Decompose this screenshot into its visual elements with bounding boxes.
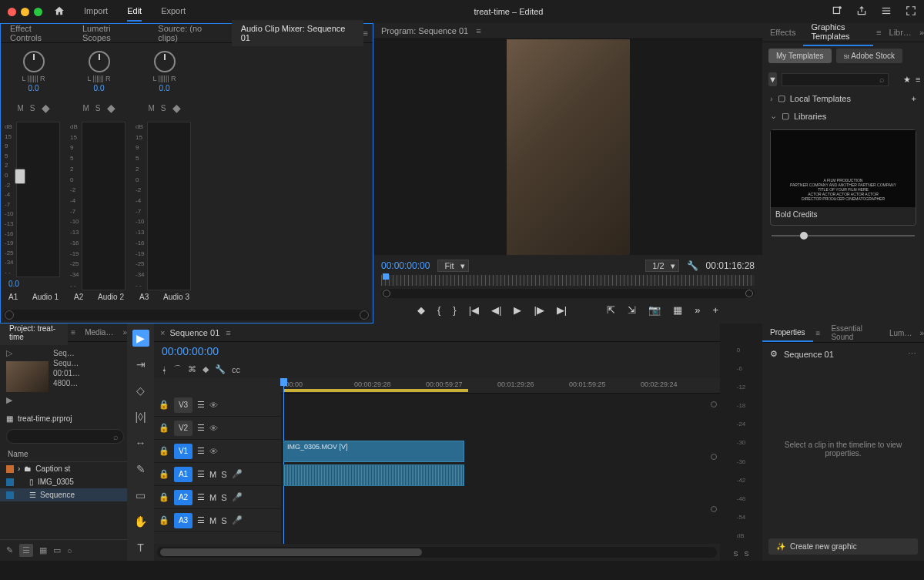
add-icon[interactable]: + (912, 94, 916, 103)
column-header-name[interactable]: Name (0, 447, 127, 462)
sync-lock-icon[interactable]: ☰ (197, 492, 205, 502)
keyframe-icon[interactable]: ◆ (107, 102, 116, 114)
voiceover-icon[interactable]: 🎤 (232, 492, 243, 502)
pan-knob[interactable] (23, 51, 45, 72)
freeform-icon[interactable]: ✎ (6, 545, 13, 555)
more-icon[interactable]: » (695, 304, 700, 316)
razor-tool-icon[interactable]: |◊| (132, 408, 149, 425)
pen-tool-icon[interactable]: ✎ (132, 461, 149, 478)
sync-lock-icon[interactable]: ☰ (197, 446, 205, 456)
sync-lock-icon[interactable]: ☰ (197, 400, 205, 410)
track-header-v2[interactable]: 🔒 V2 ☰ 👁 (154, 417, 281, 440)
my-templates-button[interactable]: My Templates (768, 49, 832, 63)
template-bold-credits[interactable]: A FILM PRODUCTIONPARTNER COMPANY AND ANO… (770, 129, 916, 226)
add-marker-icon[interactable]: ◆ (417, 304, 425, 316)
captions-icon[interactable]: cc (232, 365, 240, 374)
quick-export-icon[interactable] (832, 5, 842, 18)
tab-properties[interactable]: Properties (762, 324, 813, 342)
close-tab-icon[interactable]: × (160, 328, 165, 337)
local-templates-row[interactable]: › ▢ Local Templates + (762, 89, 924, 107)
workspace-menu-icon[interactable] (881, 5, 892, 18)
tab-project[interactable]: Project: treat-time (0, 320, 68, 345)
play-item-icon[interactable]: ▶ (6, 395, 49, 405)
tab-media[interactable]: Media… (75, 324, 122, 340)
list-view-icon[interactable]: ☰ (19, 544, 33, 557)
fullscreen-icon[interactable] (906, 5, 916, 18)
sync-lock-icon[interactable]: ☰ (197, 423, 205, 433)
tab-audio-clip-mixer[interactable]: Audio Clip Mixer: Sequence 01 (232, 20, 363, 46)
solo-button[interactable]: S (161, 104, 166, 112)
keyframe-icon[interactable]: ◆ (172, 102, 181, 114)
mute-icon[interactable]: M (209, 493, 216, 502)
mute-button[interactable]: M (148, 104, 154, 112)
overflow-icon[interactable]: » (919, 329, 924, 337)
selection-tool-icon[interactable]: ▶ (132, 330, 149, 347)
solo-button[interactable]: S (95, 104, 101, 112)
mark-out-icon[interactable]: } (453, 304, 456, 316)
freeform-view-icon[interactable]: ▭ (53, 545, 61, 555)
tab-lumetri-color[interactable]: Lum… (882, 325, 919, 341)
mute-button[interactable]: M (82, 104, 89, 112)
go-to-in-icon[interactable]: |◀ (469, 304, 479, 316)
home-icon[interactable] (54, 5, 65, 18)
panel-menu-icon[interactable]: ≡ (363, 28, 368, 38)
video-clip[interactable]: IMG_0305.MOV [V] (283, 441, 464, 462)
tab-essential-sound[interactable]: Essential Sound (823, 320, 882, 345)
mute-button[interactable]: M (17, 104, 23, 112)
workspace-export[interactable]: Export (161, 2, 186, 22)
ripple-edit-tool-icon[interactable]: ◇ (132, 382, 149, 399)
mixer-scrollbar[interactable] (3, 310, 370, 320)
eye-icon[interactable]: 👁 (209, 447, 218, 456)
playhead-icon[interactable] (383, 273, 389, 280)
rectangle-tool-icon[interactable]: ▭ (132, 487, 149, 504)
linked-selection-icon[interactable]: ⌘ (188, 364, 196, 374)
insert-icon[interactable]: ⍿ (162, 365, 167, 374)
slip-tool-icon[interactable]: ↔ (132, 434, 149, 451)
current-timecode[interactable]: 00:00:00:00 (381, 260, 430, 271)
lock-icon[interactable]: 🔒 (159, 515, 169, 525)
eye-icon[interactable]: 👁 (209, 424, 218, 433)
tab-effect-controls[interactable]: Effect Controls (1, 20, 73, 46)
step-forward-icon[interactable]: |▶ (534, 304, 544, 316)
track-header-a2[interactable]: 🔒 A2 ☰ M S 🎤 (154, 486, 281, 509)
zoom-fit-dropdown[interactable]: Fit (437, 260, 468, 272)
project-search-input[interactable] (6, 429, 124, 444)
workspace-edit[interactable]: Edit (127, 2, 142, 22)
solo-icon[interactable]: S (221, 516, 226, 525)
mute-icon[interactable]: M (209, 470, 216, 479)
keyframe-icon[interactable]: ◆ (42, 102, 50, 114)
eye-icon[interactable]: 👁 (209, 401, 218, 410)
track-header-a3[interactable]: 🔒 A3 ☰ M S 🎤 (154, 509, 281, 532)
pan-value[interactable]: 0.0 (28, 84, 39, 92)
mute-icon[interactable]: M (209, 516, 216, 525)
solo-icon[interactable]: S (221, 470, 226, 479)
track-header-v3[interactable]: 🔒 V3 ☰ 👁 (154, 394, 281, 417)
time-ruler[interactable]: :00:00 00:00:29:28 00:00:59:27 00:01:29:… (281, 378, 720, 394)
tab-lumetri-scopes[interactable]: Lumetri Scopes (73, 20, 149, 46)
bin-item-sequence[interactable]: ☰ Sequence (0, 488, 127, 501)
lock-icon[interactable]: 🔒 (159, 446, 169, 456)
solo-right[interactable]: S (745, 550, 749, 558)
minimize-window-icon[interactable] (21, 8, 29, 16)
wrench-icon[interactable]: 🔧 (687, 260, 698, 271)
fader[interactable] (82, 122, 126, 290)
snap-icon[interactable]: ⌒ (173, 364, 182, 375)
template-search-input[interactable] (782, 73, 889, 86)
lift-icon[interactable]: ⇱ (607, 304, 615, 316)
go-to-out-icon[interactable]: ▶| (557, 304, 567, 316)
fader-handle[interactable] (15, 169, 25, 184)
play-icon[interactable]: ▶ (514, 304, 521, 316)
audio-clip[interactable] (283, 464, 464, 486)
sequence-tab[interactable]: Sequence 01 (169, 328, 219, 337)
tab-libraries[interactable]: Libr… (882, 24, 919, 41)
lock-icon[interactable]: 🔒 (159, 492, 169, 502)
track-select-tool-icon[interactable]: ⇥ (132, 356, 149, 373)
sync-lock-icon[interactable]: ☰ (197, 515, 205, 525)
more-options-icon[interactable]: ⋯ (908, 349, 916, 359)
share-icon[interactable] (856, 5, 867, 18)
track-header-v1[interactable]: 🔒 V1 ☰ 👁 (154, 440, 281, 463)
button-editor-icon[interactable]: + (712, 304, 718, 316)
sequence-settings-icon[interactable]: ⚙ (770, 349, 778, 359)
workspace-import[interactable]: Import (84, 2, 108, 22)
sync-lock-icon[interactable]: ☰ (197, 469, 205, 479)
